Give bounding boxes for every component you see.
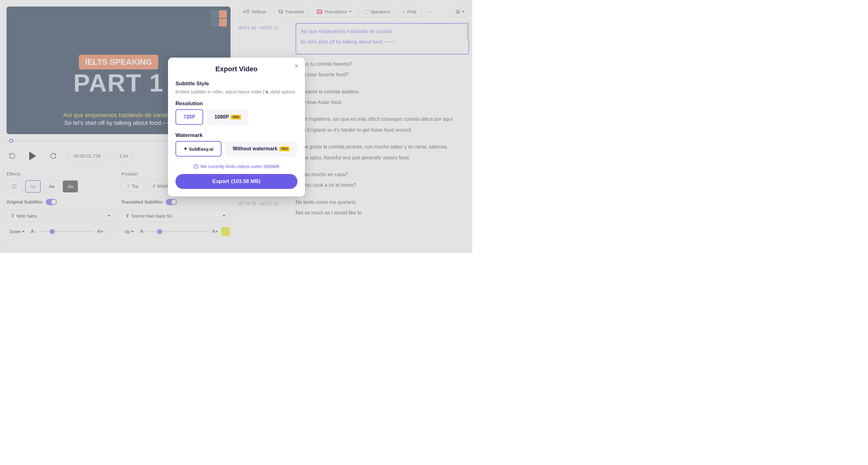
resolution-1080p[interactable]: 1080PPRO (207, 109, 249, 125)
svg-point-6 (265, 92, 267, 94)
modal-title: Export Video (176, 65, 298, 73)
pro-badge: PRO (231, 115, 241, 119)
export-modal: Export Video Subtitle Style Embed subtit… (168, 58, 305, 196)
svg-point-7 (267, 92, 268, 94)
subtitle-style-desc: Embed subtitles in video, adjust layout … (176, 89, 298, 94)
close-icon (294, 63, 299, 69)
watermark-subeasy[interactable]: ✦SubEasy.ai (176, 141, 221, 156)
close-button[interactable] (294, 63, 299, 70)
brand-icon: ✦ (184, 146, 188, 152)
resolution-720p[interactable]: 720P (176, 109, 203, 125)
pro-badge: PRO (279, 147, 290, 151)
subtitle-style-title: Subtitle Style (176, 81, 298, 87)
svg-point-10 (196, 165, 196, 166)
watermark-title: Watermark (176, 132, 298, 139)
limit-note: We currently limits videos under 3000MB (176, 164, 298, 169)
export-button[interactable]: Export(103.58 MB) (176, 174, 298, 189)
resolution-title: Resolution (176, 100, 298, 107)
svg-point-5 (267, 91, 268, 92)
watermark-none[interactable]: Without watermarkPRO (225, 141, 298, 156)
svg-point-4 (265, 91, 267, 92)
style-icon (265, 90, 269, 94)
info-icon (193, 164, 198, 169)
